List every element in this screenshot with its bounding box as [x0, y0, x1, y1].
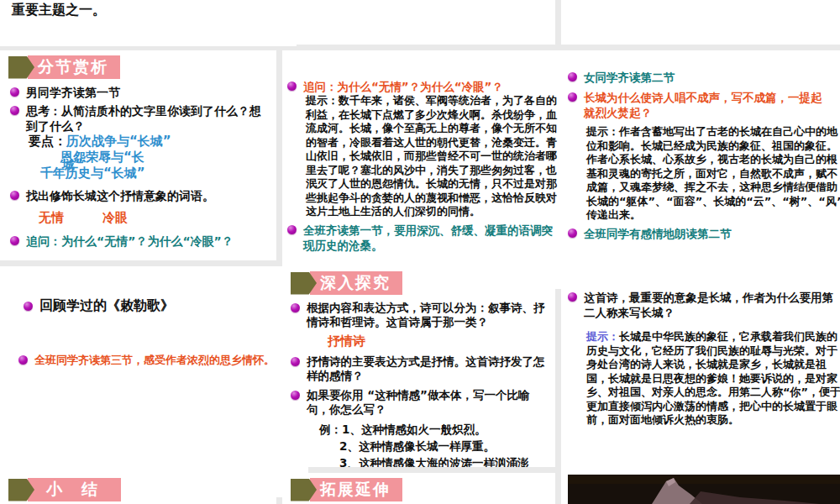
slide-thumbnail-second-person[interactable]: 这首诗，最重要的意象是长城，作者为什么要用第二人称来写长城？ 提示：长城是中华民…	[561, 266, 840, 491]
bullet-icon	[10, 191, 19, 200]
slide-thumbnail-recall[interactable]: 回顾学过的《敕勒歌》 全班同学齐读第三节，感受作者浓烈的思乡情怀。	[0, 266, 308, 497]
bullet-item: 这首诗，最重要的意象是长城，作者为什么要用第二人称来写长城？	[568, 290, 840, 320]
bullet-item: 追问：为什么“无情”？为什么“冷眼”？	[287, 79, 560, 94]
bullet-icon	[291, 303, 300, 312]
slide-thumbnail-summary[interactable]: 小 结	[0, 473, 276, 504]
slide-thumbnail-analysis-3[interactable]: 女同学齐读第二节 长城为什么使诗人唱不成声，写不成篇，一提起就烈火焚起？ 提示：…	[561, 50, 840, 280]
slide-thumbnail-blank-1[interactable]	[282, 0, 555, 45]
example-line-2: 2、这种情感像长城一样厚重。	[339, 439, 549, 454]
slide-text-tail: 重要主题之一。	[12, 2, 288, 19]
bullet-item: 女同学齐读第二节	[568, 70, 840, 85]
bullet-icon	[18, 355, 28, 365]
answer-word-2: 冷眼	[102, 210, 128, 226]
bullet-icon	[568, 72, 577, 81]
bullet-item: 男同学齐读第一节	[10, 85, 270, 100]
slide-thumbnail-extension[interactable]: 拓展延伸	[282, 473, 555, 504]
bullet-icon	[291, 391, 300, 400]
bullet-icon	[10, 236, 19, 245]
section-header: 小 结	[8, 478, 121, 501]
slide-thumbnail-inquiry[interactable]: 深入探究 根据内容和表达方式，诗可以分为：叙事诗、抒情诗和哲理诗。这首诗属于那一…	[282, 266, 555, 467]
hint-paragraph: 提示：数千年来，诸侯、军阀等统治者，为了各自的利益，在长城下点燃了多少次烽火啊。…	[306, 94, 560, 219]
example-line-3: 3、这种情感像大海的波涛一样汹涌澎湃。	[339, 456, 549, 467]
bullet-item: 思考：从简洁质朴的文字里你读到了什么？想到了什么？	[10, 103, 270, 134]
section-header-title: 分节赏析	[28, 55, 120, 79]
slide-thumbnail-blank-2[interactable]	[561, 0, 840, 45]
bullet-icon	[291, 357, 300, 366]
bullet-item: 长城为什么使诗人唱不成声，写不成篇，一提起就烈火焚起？	[568, 90, 840, 120]
slide-thumbnail-prev[interactable]: 重要主题之一。	[0, 0, 297, 46]
points-label: 要点：	[29, 134, 66, 149]
bullet-item: 全班齐读第一节，要用深沉、舒缓、凝重的语调突现历史的沧桑。	[287, 223, 560, 253]
bullet-item: 回顾学过的《敕勒歌》	[24, 297, 300, 314]
section-header: 深入探究	[291, 271, 402, 295]
bullet-icon	[10, 106, 19, 115]
bullet-item: 全班同学有感情地朗读第二节	[568, 226, 840, 241]
bullet-icon	[568, 292, 577, 302]
section-header-title: 小 结	[28, 478, 121, 501]
slide-thumbnail-analysis-2[interactable]: 追问：为什么“无情”？为什么“冷眼”？ 提示：数千年来，诸侯、军阀等统治者，为了…	[282, 50, 565, 289]
bullet-item: 找出修饰长城这个抒情意象的词语。	[10, 188, 270, 203]
overlapping-wrap-char: 城”	[62, 157, 83, 173]
bullet-item: 追问：为什么“无情”？为什么“冷眼”？	[10, 234, 270, 249]
bullet-item: 如果要你用 “这种情感”做本体，写一个比喻句，你怎么写？	[291, 388, 549, 417]
key-points: 要点：历次战争与“长城” 恩怨荣辱与“长 千年历史与“长城”城”	[29, 134, 270, 181]
bullet-item: 根据内容和表达方式，诗可以分为：叙事诗、抒情诗和哲理诗。这首诗属于那一类？	[291, 301, 549, 329]
section-header-title: 深入探究	[310, 271, 402, 295]
bullet-item: 抒情诗的主要表达方式是抒情。这首诗抒发了怎样的感情？	[291, 354, 549, 383]
point-3: 千年历史与“长城”城”	[40, 165, 145, 181]
great-wall-photo	[568, 475, 840, 504]
section-header-title: 拓展延伸	[310, 478, 402, 501]
point-2: 恩怨荣辱与“长	[60, 150, 270, 165]
slide-thumbnail-photo[interactable]	[561, 473, 840, 504]
slide-sorter-grid: 重要主题之一。 分节赏析 男同学齐读第一节 思考：从简洁质朴的文字里你读到了什么…	[0, 0, 840, 504]
hint-body: 长城是中华民族的象征，它承载着我们民族的历史与文化，它经历了我们民族的耻辱与光荣…	[586, 330, 840, 426]
hint-label: 提示：	[586, 330, 619, 343]
bullet-icon	[287, 81, 297, 91]
hint-paragraph: 提示：作者含蓄地写出了古老的长城在自己心中的地位和影响。长城已经成为民族的象征、…	[586, 125, 840, 223]
example-line-1: 例：1、这种情感如火一般炽烈。	[319, 423, 549, 437]
hint-paragraph: 提示：长城是中华民族的象征，它承载着我们民族的历史与文化，它经历了我们民族的耻辱…	[586, 330, 840, 428]
answer-label: 抒情诗	[328, 333, 549, 349]
answer-word-1: 无情	[39, 210, 64, 226]
bullet-icon	[287, 225, 297, 234]
answer-words: 无情 冷眼	[39, 210, 270, 226]
section-header: 分节赏析	[8, 55, 120, 79]
bullet-icon	[568, 228, 577, 238]
bullet-icon	[10, 87, 19, 97]
point-1: 历次战争与“长城”	[66, 134, 171, 149]
bullet-item: 全班同学齐读第三节，感受作者浓烈的思乡情怀。	[18, 353, 300, 368]
section-header: 拓展延伸	[291, 478, 402, 501]
slide-thumbnail-analysis-1[interactable]: 分节赏析 男同学齐读第一节 思考：从简洁质朴的文字里你读到了什么？想到了什么？ …	[0, 50, 276, 260]
bullet-icon	[568, 92, 577, 102]
bullet-icon	[24, 302, 33, 311]
